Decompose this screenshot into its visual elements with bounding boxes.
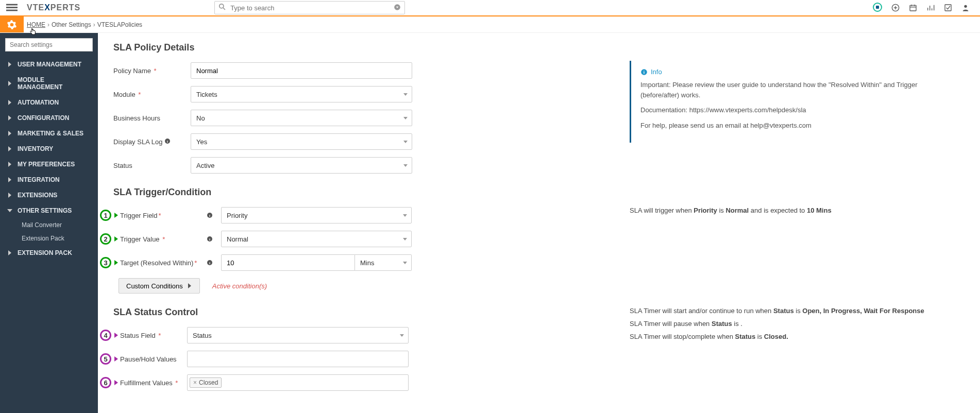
search-input[interactable] (214, 1, 405, 14)
label-fulfillment-values: Fulfillment Values * (120, 379, 187, 387)
apps-icon[interactable] (873, 3, 882, 13)
settings-gear-icon[interactable] (0, 16, 24, 32)
sidebar-item-inventory[interactable]: INVENTORY (0, 141, 98, 157)
active-conditions-text: Active condition(s) (212, 282, 267, 290)
chevron-right-icon (7, 62, 13, 67)
app-logo[interactable]: VTEXPERTS (24, 3, 80, 12)
svg-marker-41 (188, 283, 191, 288)
chevron-right-icon (7, 115, 13, 121)
select-trigger-value[interactable]: Normal (221, 231, 412, 247)
step-badge-1: 1 (100, 210, 111, 221)
sidebar-search-input[interactable] (5, 38, 93, 51)
sidebar-item-marketing-sales[interactable]: MARKETING & SALES (0, 126, 98, 141)
plus-icon[interactable] (891, 4, 900, 12)
svg-point-3 (219, 4, 224, 8)
select-trigger-field[interactable]: Priority (221, 207, 412, 223)
section-title-trigger: SLA Trigger/Condition (113, 187, 965, 198)
select-module[interactable]: Tickets (191, 86, 412, 102)
select-business-hours[interactable]: No (191, 110, 412, 126)
chevron-right-icon (7, 177, 13, 182)
chevron-right-icon (7, 81, 13, 86)
info-text-1: Important: Please review the user guide … (640, 80, 955, 100)
chevron-right-icon (7, 162, 13, 167)
select-display-sla-log[interactable]: Yes (191, 133, 412, 150)
sidebar-label: EXTENSION PACK (18, 249, 72, 256)
custom-conditions-button[interactable]: Custom Conditions (119, 278, 200, 294)
remove-tag-icon[interactable]: × (193, 379, 197, 386)
chevron-right-icon (7, 146, 13, 151)
logo-pre: VTE (27, 3, 44, 12)
info-icon[interactable]: i (207, 236, 216, 242)
sidebar-label: MODULE MANAGEMENT (18, 76, 91, 91)
breadcrumb-current: VTESLAPolicies (97, 21, 142, 28)
logo-post: PERTS (50, 3, 80, 12)
info-panel: i Info Important: Please review the user… (630, 61, 965, 143)
calendar-icon[interactable] (909, 4, 917, 12)
svg-rect-10 (910, 5, 916, 11)
input-policy-name[interactable] (191, 62, 412, 79)
svg-rect-2 (6, 10, 18, 11)
svg-line-4 (223, 8, 225, 10)
section-title-details: SLA Policy Details (113, 42, 965, 53)
search-dropdown-icon[interactable] (394, 4, 401, 11)
tag-chip-closed: ×Closed (190, 377, 222, 388)
breadcrumb-other-settings[interactable]: Other Settings (52, 21, 91, 28)
user-icon[interactable] (961, 4, 970, 12)
svg-marker-20 (8, 62, 11, 67)
step-badge-6: 6 (100, 377, 111, 388)
info-icon[interactable]: i (164, 138, 171, 144)
svg-point-19 (964, 5, 967, 8)
sidebar-item-integration[interactable]: INTEGRATION (0, 172, 98, 187)
svg-marker-27 (8, 177, 11, 182)
sidebar-label: MARKETING & SALES (18, 130, 83, 137)
info-text-3: For help, please send us an email at hel… (640, 121, 955, 131)
sidebar-item-user-management[interactable]: USER MANAGEMENT (0, 57, 98, 72)
label-status: Status (113, 162, 191, 169)
select-status[interactable]: Active (191, 157, 412, 174)
info-icon[interactable]: i (207, 260, 216, 266)
svg-marker-24 (8, 131, 11, 136)
sidebar-label: INVENTORY (18, 145, 53, 152)
sidebar-label: MY PREFERENCES (18, 161, 75, 168)
svg-text:i: i (209, 237, 210, 242)
header-actions (873, 3, 975, 13)
info-icon[interactable]: i (207, 212, 216, 218)
sidebar-item-other-settings[interactable]: OTHER SETTINGS (0, 203, 98, 218)
step-badge-2: 2 (100, 233, 111, 245)
chevron-right-icon (7, 131, 13, 136)
sidebar-item-extensions[interactable]: EXTENSIONS (0, 187, 98, 203)
svg-text:i: i (167, 139, 168, 143)
svg-marker-23 (8, 115, 11, 121)
step-badge-3: 3 (100, 257, 111, 268)
sidebar-label: INTEGRATION (18, 176, 60, 183)
sidebar-item-extension-pack-bottom[interactable]: EXTENSION PACK (0, 245, 98, 261)
sidebar-item-module-management[interactable]: MODULE MANAGEMENT (0, 72, 98, 95)
menu-icon[interactable] (6, 2, 18, 13)
input-pause-values[interactable] (187, 351, 409, 367)
sidebar-sub-mail-converter[interactable]: Mail Converter (0, 218, 98, 232)
info-text-2: Documentation: https://www.vtexperts.com… (640, 105, 955, 115)
sidebar-item-automation[interactable]: AUTOMATION (0, 95, 98, 110)
input-target-value[interactable] (221, 254, 355, 271)
search-icon (218, 3, 226, 10)
sidebar-item-configuration[interactable]: CONFIGURATION (0, 110, 98, 126)
global-search (214, 1, 405, 14)
top-header: VTEXPERTS (0, 0, 980, 16)
sidebar-label: OTHER SETTINGS (18, 207, 72, 214)
chevron-right-icon (7, 193, 13, 198)
status-summary: SLA Timer will start and/or continue to … (630, 307, 965, 346)
sidebar-sub-extension-pack[interactable]: Extension Pack (0, 232, 98, 245)
cursor-pointer-icon (29, 27, 37, 36)
label-display-sla-log: Display SLA Log i (113, 138, 191, 146)
logo-x: X (44, 3, 50, 12)
sidebar-item-my-preferences[interactable]: MY PREFERENCES (0, 157, 98, 172)
svg-marker-28 (8, 193, 11, 198)
svg-marker-25 (8, 146, 11, 151)
label-module: Module * (113, 91, 191, 98)
chart-icon[interactable] (926, 4, 935, 12)
input-fulfillment-values[interactable]: ×Closed (187, 374, 409, 391)
select-status-field[interactable]: Status (187, 327, 409, 343)
check-icon[interactable] (944, 4, 952, 12)
select-target-unit[interactable]: Mins (355, 254, 412, 271)
svg-rect-18 (945, 5, 951, 11)
